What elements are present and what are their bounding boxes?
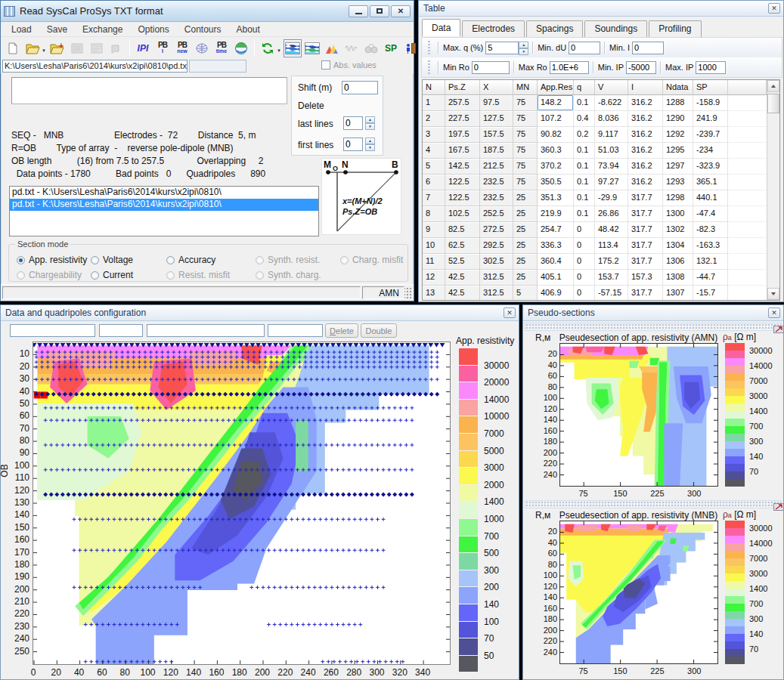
table-cell[interactable]: 157.5 bbox=[480, 127, 513, 143]
table-cell[interactable]: 90.82 bbox=[538, 127, 574, 143]
table-cell[interactable]: -29.9 bbox=[595, 190, 628, 206]
file-list-item-1[interactable]: pd.txt - K:\Users\Lesha\Paris6\2014\kurs… bbox=[10, 187, 318, 199]
spin-up-icon[interactable]: ▲ bbox=[365, 116, 375, 123]
menu-save[interactable]: Save bbox=[39, 23, 75, 36]
table-cell[interactable]: 316.2 bbox=[628, 143, 663, 159]
table-cell[interactable]: 360.4 bbox=[538, 254, 574, 270]
table-cell[interactable]: 25 bbox=[513, 254, 538, 270]
column-header-q[interactable]: q bbox=[574, 80, 595, 95]
table-cell[interactable]: 365.1 bbox=[693, 175, 728, 190]
table-cell[interactable]: 11 bbox=[423, 254, 445, 270]
filter-spinner[interactable]: ▲▼ bbox=[519, 42, 528, 54]
table-cell[interactable]: 25 bbox=[513, 270, 538, 286]
table-cell[interactable]: 142.5 bbox=[445, 159, 480, 175]
menu-contours[interactable]: Contours bbox=[177, 23, 229, 36]
table-cell[interactable]: 132.1 bbox=[693, 254, 728, 270]
table-cell[interactable]: -44.7 bbox=[693, 270, 728, 286]
table-cell[interactable]: 316.2 bbox=[628, 175, 663, 190]
table-cell[interactable]: -82.3 bbox=[693, 222, 728, 238]
table-cell[interactable]: 25 bbox=[513, 222, 538, 238]
table-scrollbar[interactable] bbox=[767, 80, 779, 300]
table-cell[interactable]: 316.2 bbox=[628, 111, 663, 127]
table-panel-header[interactable]: Table ✕ bbox=[419, 1, 783, 17]
table-cell[interactable]: 317.7 bbox=[628, 254, 663, 270]
table-cell[interactable]: 75 bbox=[513, 143, 538, 159]
table-cell[interactable]: 0.1 bbox=[574, 190, 595, 206]
table-cell[interactable]: 336.3 bbox=[538, 238, 574, 254]
table-cell[interactable]: 317.7 bbox=[628, 222, 663, 238]
table-cell[interactable]: 257.5 bbox=[445, 95, 480, 111]
table-cell[interactable]: 252.5 bbox=[480, 206, 513, 222]
table-cell[interactable]: 232.5 bbox=[480, 190, 513, 206]
section-mode-option-current[interactable]: Current bbox=[91, 270, 133, 280]
table-cell[interactable]: 122.5 bbox=[445, 190, 480, 206]
table-cell[interactable]: 5 bbox=[513, 286, 538, 300]
column-header-v[interactable]: V bbox=[595, 80, 628, 95]
close-button[interactable]: ✕ bbox=[391, 5, 411, 17]
close-pseudo-panel-button[interactable]: ✕ bbox=[768, 308, 780, 318]
table-cell[interactable]: 212.5 bbox=[480, 159, 513, 175]
quad-panel-header[interactable]: Data and quadripoles configuration ✕ bbox=[1, 305, 519, 321]
table-cell[interactable]: -8.622 bbox=[595, 95, 628, 111]
column-header-x[interactable]: X bbox=[480, 80, 513, 95]
scroll-up-button[interactable] bbox=[767, 80, 779, 92]
path-extra-field[interactable] bbox=[189, 60, 246, 73]
max-q--input[interactable] bbox=[485, 42, 519, 54]
table-cell[interactable]: 62.5 bbox=[445, 238, 480, 254]
table-cell[interactable]: -239.7 bbox=[693, 127, 728, 143]
menu-exchange[interactable]: Exchange bbox=[75, 23, 130, 36]
globe-icon[interactable] bbox=[232, 39, 250, 57]
table-cell[interactable]: 13 bbox=[423, 286, 445, 300]
table-cell[interactable]: 0 bbox=[574, 222, 595, 238]
table-cell[interactable]: 73.94 bbox=[595, 159, 628, 175]
sp-icon[interactable]: SP bbox=[382, 39, 400, 57]
table-cell[interactable]: 1297 bbox=[663, 159, 693, 175]
open-file-dropdown-caret[interactable]: ▼ bbox=[42, 48, 46, 53]
table-cell[interactable]: 42.5 bbox=[445, 270, 480, 286]
shift-input[interactable] bbox=[342, 81, 378, 94]
file-list-item-2[interactable]: pd.txt - K:\Users\Lesha\Paris6\2014\kurs… bbox=[10, 199, 318, 211]
column-header-i[interactable]: I bbox=[628, 80, 663, 95]
table-cell[interactable]: 232.5 bbox=[480, 175, 513, 190]
close-quad-panel-button[interactable]: ✕ bbox=[504, 308, 516, 318]
min-i-input[interactable] bbox=[632, 42, 664, 54]
table-cell[interactable]: -158.9 bbox=[693, 95, 728, 111]
minimize-button[interactable] bbox=[349, 5, 368, 17]
radio-icon[interactable] bbox=[91, 256, 99, 264]
table-cell[interactable]: 317.7 bbox=[628, 206, 663, 222]
table-cell[interactable]: 1304 bbox=[663, 238, 693, 254]
table-cell[interactable]: 312.5 bbox=[480, 286, 513, 300]
file-path-field[interactable]: K:\Users\Lesha\Paris6\2014\kurs\x2ipi\08… bbox=[2, 60, 187, 73]
radio-icon[interactable] bbox=[166, 256, 175, 264]
min-ro-input[interactable] bbox=[472, 61, 510, 74]
table-cell[interactable]: 0.1 bbox=[574, 206, 595, 222]
table-cell[interactable]: 107.2 bbox=[538, 111, 574, 127]
table-cell[interactable]: 351.3 bbox=[538, 190, 574, 206]
table-cell[interactable]: 1 bbox=[423, 95, 445, 111]
delete-point-button[interactable]: Delete bbox=[325, 323, 358, 338]
double-button[interactable]: Double bbox=[361, 323, 397, 338]
ipi-icon[interactable]: IPI bbox=[134, 39, 152, 57]
table-cell[interactable]: 197.5 bbox=[445, 127, 480, 143]
mesh-icon[interactable] bbox=[193, 39, 211, 57]
section-mode-option-voltage[interactable]: Voltage bbox=[91, 255, 133, 265]
quad-plot[interactable] bbox=[33, 342, 451, 665]
table-cell[interactable]: 42.5 bbox=[445, 286, 480, 300]
table-cell[interactable]: 241.9 bbox=[693, 111, 728, 127]
table-cell[interactable]: 7 bbox=[423, 190, 445, 206]
table-cell[interactable]: 370.2 bbox=[538, 159, 574, 175]
radio-icon[interactable] bbox=[91, 271, 99, 280]
table-cell[interactable]: 0.1 bbox=[574, 175, 595, 190]
scroll-thumb[interactable] bbox=[767, 94, 779, 113]
table-cell[interactable]: 97.27 bbox=[595, 175, 628, 190]
table-cell[interactable]: 316.2 bbox=[628, 95, 663, 111]
abs-values-option[interactable]: Abs. values bbox=[321, 60, 377, 70]
ro-new-icon[interactable]: ΡΒnew bbox=[173, 39, 191, 57]
table-cell[interactable]: 0.4 bbox=[574, 111, 595, 127]
table-cell[interactable]: 51.03 bbox=[595, 143, 628, 159]
quad-input-1[interactable] bbox=[10, 324, 95, 337]
table-cell[interactable]: 75 bbox=[513, 175, 538, 190]
menu-load[interactable]: Load bbox=[4, 23, 39, 36]
add-file-icon[interactable]: + bbox=[48, 39, 67, 57]
menu-options[interactable]: Options bbox=[130, 23, 176, 36]
